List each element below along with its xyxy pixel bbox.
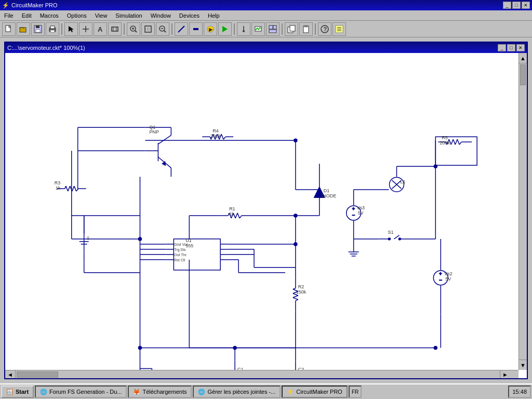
svg-line-99 (235, 213, 237, 218)
svg-text:R2: R2 (298, 284, 304, 289)
svg-text:200k: 200k (210, 134, 221, 139)
toolbar-zoom[interactable] (127, 22, 140, 36)
toolbar-settings[interactable] (332, 22, 346, 36)
circuit-close-button[interactable]: ✕ (516, 44, 525, 51)
svg-text:1k: 1k (56, 185, 61, 191)
svg-text:−: − (352, 212, 355, 218)
toolbar-simulate[interactable]: ▶ (204, 22, 217, 36)
svg-text:+: + (439, 271, 442, 276)
toolbar-sep5 (282, 23, 283, 35)
svg-line-79 (66, 186, 68, 191)
svg-point-209 (138, 346, 141, 349)
taskbar-item-forum[interactable]: 🌐 Forum FS Generation - Du... (35, 385, 127, 398)
main-area: C:...\servomoteur.ckt* 100%(1) _ □ ✕ (0, 37, 532, 383)
toolbar: A ▶ ? (0, 21, 532, 37)
svg-rect-37 (290, 25, 295, 31)
toolbar-sep4 (234, 23, 235, 35)
menu-bar: File Edit Macros Options View Simulation… (0, 10, 532, 21)
toolbar-run[interactable] (218, 22, 232, 36)
menu-options[interactable]: Options (63, 11, 91, 20)
toolbar-scope[interactable] (251, 22, 265, 36)
taskbar-item-pieces[interactable]: 🌐 Gérer les pièces jointes -... (193, 385, 281, 398)
menu-view[interactable]: View (91, 11, 112, 20)
menu-help[interactable]: Help (204, 11, 224, 20)
svg-point-205 (294, 139, 297, 142)
svg-text:R3: R3 (55, 180, 60, 185)
svg-line-63 (455, 139, 457, 144)
app-title: CircuitMaker PRO (11, 2, 58, 8)
menu-devices[interactable]: Devices (175, 11, 204, 20)
menu-window[interactable]: Window (147, 11, 175, 20)
circuit-canvas[interactable]: + − (5, 53, 518, 378)
clock-time: 15:48 (512, 389, 527, 395)
toolbar-zoom-out[interactable] (156, 22, 169, 36)
horizontal-scrollbar[interactable]: ◄ ► (5, 370, 518, 378)
svg-marker-29 (222, 26, 228, 32)
svg-text:▶: ▶ (209, 26, 213, 32)
taskbar-clock: 15:48 (508, 385, 531, 398)
svg-line-83 (74, 186, 76, 191)
svg-rect-12 (112, 27, 118, 31)
svg-rect-8 (50, 30, 55, 32)
language-text: FR (352, 389, 358, 395)
toolbar-select[interactable] (64, 22, 78, 36)
svg-point-191 (389, 238, 391, 240)
toolbar-crosshair[interactable] (79, 22, 92, 36)
svg-point-208 (138, 237, 141, 241)
toolbar-paste[interactable] (299, 22, 313, 36)
toolbar-print[interactable] (46, 22, 59, 36)
taskbar-forum-label: Forum FS Generation - Du... (49, 389, 122, 395)
taskbar-pieces-icon: 🌐 (198, 389, 205, 395)
title-bar-left: ⚡ CircuitMaker PRO (2, 2, 58, 9)
toolbar-zoom-fit[interactable] (141, 22, 155, 36)
vertical-scrollbar[interactable]: ▲ ▼ (518, 53, 527, 370)
circuit-minimize-button[interactable]: _ (498, 44, 506, 51)
svg-text:PNP: PNP (149, 129, 158, 135)
svg-text:R5: R5 (442, 135, 447, 140)
taskbar-pieces-label: Gérer les pièces jointes -... (207, 389, 275, 395)
svg-point-211 (434, 346, 437, 349)
svg-text:5V: 5V (445, 276, 451, 282)
toolbar-wire[interactable] (175, 22, 188, 36)
close-button[interactable]: ✕ (522, 2, 530, 9)
circuit-maximize-button[interactable]: □ (507, 44, 515, 51)
taskbar-item-telecharge[interactable]: 🦊 Téléchargements (128, 385, 192, 398)
menu-edit[interactable]: Edit (18, 11, 36, 20)
svg-text:Rst   Ctl: Rst Ctl (174, 258, 185, 262)
toolbar-component[interactable] (108, 22, 122, 36)
svg-rect-33 (269, 25, 273, 29)
svg-text:Vs2: Vs2 (444, 271, 452, 276)
svg-rect-7 (50, 26, 55, 29)
toolbar-help[interactable]: ? (318, 22, 331, 36)
taskbar-circuit-label: CircuitMaker PRO (296, 389, 342, 395)
start-button[interactable]: 🪟 Start (1, 385, 34, 398)
toolbar-copy[interactable] (285, 22, 298, 36)
svg-text:||: || (87, 235, 89, 240)
toolbar-bus[interactable] (189, 22, 203, 36)
svg-rect-39 (304, 25, 308, 27)
svg-rect-34 (273, 25, 276, 29)
svg-point-206 (294, 214, 297, 217)
toolbar-save[interactable] (31, 22, 45, 36)
svg-line-80 (68, 186, 70, 191)
menu-simulation[interactable]: Simulation (111, 11, 146, 20)
taskbar-item-circuitmaker[interactable]: ⚡ CircuitMaker PRO (282, 385, 348, 398)
menu-macros[interactable]: Macros (36, 11, 63, 20)
taskbar-forum-icon: 🌐 (40, 389, 47, 395)
toolbar-sep2 (124, 23, 125, 35)
svg-line-61 (451, 139, 453, 144)
toolbar-text[interactable]: A (94, 22, 107, 36)
svg-text:S1: S1 (388, 230, 394, 235)
menu-file[interactable]: File (0, 11, 18, 20)
svg-text:R1: R1 (229, 206, 235, 211)
svg-point-31 (243, 30, 245, 32)
toolbar-new[interactable] (2, 22, 16, 36)
svg-line-25 (178, 26, 184, 32)
toolbar-probe[interactable] (237, 22, 250, 36)
svg-point-212 (434, 165, 437, 168)
toolbar-graph[interactable] (266, 22, 280, 36)
toolbar-open[interactable] (17, 22, 30, 36)
svg-rect-5 (36, 30, 40, 32)
minimize-button[interactable]: _ (503, 2, 511, 9)
maximize-button[interactable]: □ (512, 2, 521, 9)
